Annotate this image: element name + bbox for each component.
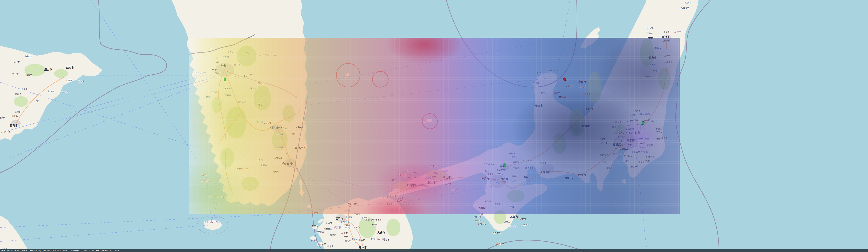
- pin-osan-green[interactable]: [224, 78, 226, 82]
- pin-kyoto-green[interactable]: [503, 164, 505, 168]
- pin-itoigawa-red[interactable]: [563, 78, 566, 82]
- pin-tsukuba-green[interactable]: [642, 121, 645, 125]
- attribution-bar: Maps and Data (c) openstreetmap.org and …: [0, 249, 868, 252]
- attribution-text: Maps and Data (c) openstreetmap.org and …: [1, 249, 120, 252]
- map-viewport[interactable]: 서울인천고양시파주시양주시포천시개성시춘천시경기도강원특별자치도인천광역시성남시…: [0, 0, 868, 252]
- markers-layer: [0, 0, 868, 252]
